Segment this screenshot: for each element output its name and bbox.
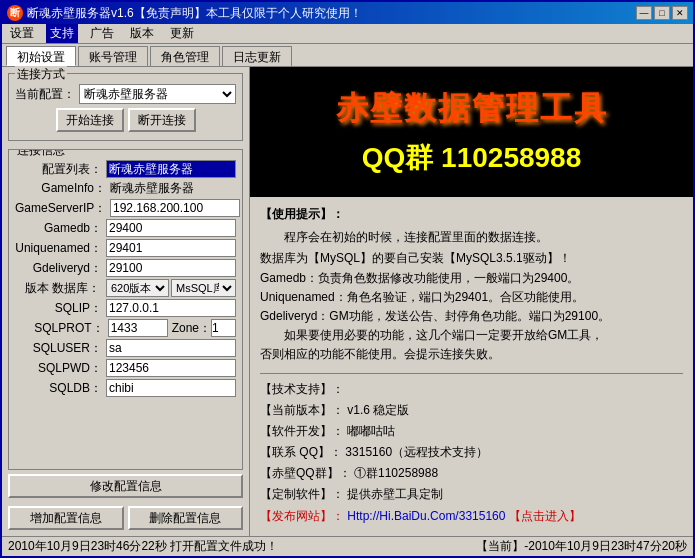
tips-line-4: Gdeliveryd：GM功能，发送公告、封停角色功能。端口为29100。 [260,307,683,326]
tech-label-1: 【软件开发】： [260,424,344,438]
right-content: 【使用提示】： 程序会在初始的时候，连接配置里面的数据连接。 数据库为【MySQ… [250,197,693,536]
gdeliveryd-label: Gdeliveryd： [15,260,106,277]
tab-bar: 初始设置 账号管理 角色管理 日志更新 [2,44,693,66]
app-icon: 断 [7,5,23,21]
sqlip-row: SQLIP： [15,299,236,317]
tab-initial-setup[interactable]: 初始设置 [6,46,76,66]
tech-header: 【技术支持】： [260,380,683,399]
tech-value-0: v1.6 稳定版 [347,403,409,417]
menu-ads[interactable]: 广告 [86,24,118,43]
sqluser-label: SQLUSER： [15,340,106,357]
sqlip-input[interactable] [106,299,236,317]
status-right: 【当前】-2010年10月9日23时47分20秒 [476,538,687,555]
config-list-input[interactable] [106,160,236,178]
zone-label: Zone： [172,320,211,337]
website-link[interactable]: 【点击进入】 [509,509,581,523]
start-connection-button[interactable]: 开始连接 [56,108,124,132]
sqldb-input[interactable] [106,379,236,397]
zone-input[interactable] [211,319,236,337]
tips-line-3: Uniquenamed：角色名验证，端口为29401。合区功能使用。 [260,288,683,307]
gamedb-row: Gamedb： [15,219,236,237]
title-text: 断 断魂赤壁服务器v1.6【免责声明】本工具仅限于个人研究使用！ [7,5,362,22]
qq-text: QQ群 110258988 [362,139,582,177]
menu-update[interactable]: 更新 [166,24,198,43]
version-select[interactable]: 620版本 [106,279,169,297]
tab-role-mgmt[interactable]: 角色管理 [150,46,220,66]
connection-type-label: 连接方式 [15,66,67,83]
tech-row-3: 【赤壁QQ群】： ①群110258988 [260,464,683,483]
divider [260,373,683,374]
right-panel: 赤壁数据管理工具 QQ群 110258988 【使用提示】： 程序会在初始的时候… [250,67,693,536]
sqluser-input[interactable] [106,339,236,357]
tips-section: 【使用提示】： 程序会在初始的时候，连接配置里面的数据连接。 数据库为【MySQ… [260,205,683,365]
uniquenamed-row: Uniquenamed： [15,239,236,257]
menu-bar: 设置 支持 广告 版本 更新 [2,24,693,44]
sqldb-label: SQLDB： [15,380,106,397]
tech-row-2: 【联系 QQ】： 3315160（远程技术支持） [260,443,683,462]
db-type-select[interactable]: MsSQL库 [171,279,236,297]
sqldb-row: SQLDB： [15,379,236,397]
sqluser-row: SQLUSER： [15,339,236,357]
tips-line-2: Gamedb：负责角色数据修改功能使用，一般端口为29400。 [260,269,683,288]
status-left: 2010年10月9日23时46分22秒 打开配置文件成功！ [8,538,278,555]
uniquenamed-label: Uniquenamed： [15,240,106,257]
config-list-label: 配置列表： [15,161,106,178]
tips-line-6: 否则相应的功能不能使用。会提示连接失败。 [260,345,683,364]
gamedb-input[interactable] [106,219,236,237]
tab-log-update[interactable]: 日志更新 [222,46,292,66]
config-list-row: 配置列表： [15,160,236,178]
menu-settings[interactable]: 设置 [6,24,38,43]
tech-label-4: 【定制软件】： [260,487,344,501]
content-area: 连接方式 当前配置： 断魂赤壁服务器 开始连接 断开连接 连接信息 [2,66,693,536]
maximize-button[interactable]: □ [654,6,670,20]
uniquenamed-input[interactable] [106,239,236,257]
delete-config-button[interactable]: 删除配置信息 [128,506,244,530]
add-delete-buttons: 增加配置信息 删除配置信息 [8,506,243,530]
connection-buttons: 开始连接 断开连接 [15,108,236,132]
disconnect-button[interactable]: 断开连接 [128,108,196,132]
connection-info-group: 连接信息 配置列表： GameInfo： 断魂赤壁服务器 GameServerI… [8,149,243,470]
gdeliveryd-row: Gdeliveryd： [15,259,236,277]
window-title: 断魂赤壁服务器v1.6【免责声明】本工具仅限于个人研究使用！ [27,5,362,22]
tips-header: 【使用提示】： [260,205,683,224]
current-config-row: 当前配置： 断魂赤壁服务器 [15,84,236,104]
tech-row-0: 【当前版本】： v1.6 稳定版 [260,401,683,420]
gameserverip-row: GameServerIP： [15,199,236,217]
connection-type-group: 连接方式 当前配置： 断魂赤壁服务器 开始连接 断开连接 [8,73,243,141]
menu-version[interactable]: 版本 [126,24,158,43]
tech-label-0: 【当前版本】： [260,403,344,417]
add-config-button[interactable]: 增加配置信息 [8,506,124,530]
gameserverip-input[interactable] [110,199,240,217]
tech-row-4: 【定制软件】： 提供赤壁工具定制 [260,485,683,504]
tech-value-4: 提供赤壁工具定制 [347,487,443,501]
sqlpwd-label: SQLPWD： [15,360,106,377]
menu-support[interactable]: 支持 [46,24,78,43]
tech-value-3: ①群110258988 [354,466,438,480]
gameinfo-row: GameInfo： 断魂赤壁服务器 [15,180,236,197]
tab-account-mgmt[interactable]: 账号管理 [78,46,148,66]
website-row: 【发布网站】： Http://Hi.BaiDu.Com/3315160 【点击进… [260,507,683,526]
title-bar: 断 断魂赤壁服务器v1.6【免责声明】本工具仅限于个人研究使用！ — □ ✕ [2,2,693,24]
gameserverip-label: GameServerIP： [15,200,110,217]
modify-config-button[interactable]: 修改配置信息 [8,474,243,498]
sqlpwd-row: SQLPWD： [15,359,236,377]
brand-header: 赤壁数据管理工具 QQ群 110258988 [250,67,693,197]
gameinfo-label: GameInfo： [15,180,110,197]
minimize-button[interactable]: — [636,6,652,20]
current-config-label: 当前配置： [15,86,75,103]
sqlpwd-input[interactable] [106,359,236,377]
close-button[interactable]: ✕ [672,6,688,20]
sqlip-label: SQLIP： [15,300,106,317]
sqlport-input[interactable] [108,319,168,337]
gdeliveryd-input[interactable] [106,259,236,277]
sqlport-label: SQLPROT： [15,320,108,337]
tips-line-1: 数据库为【MySQL】的要自己安装【MySQL3.5.1驱动】！ [260,249,683,268]
window-controls: — □ ✕ [636,6,688,20]
config-dropdown[interactable]: 断魂赤壁服务器 [79,84,236,104]
sqlport-row: SQLPROT： Zone： [15,319,236,337]
tech-row-1: 【软件开发】： 嘟嘟咕咕 [260,422,683,441]
brand-title: 赤壁数据管理工具 [336,87,608,131]
tech-section: 【技术支持】： 【当前版本】： v1.6 稳定版 【软件开发】： 嘟嘟咕咕 【联… [260,380,683,526]
tips-line-5: 如果要使用必要的功能，这几个端口一定要开放给GM工具， [260,326,683,345]
tech-label-3: 【赤壁QQ群】： [260,466,351,480]
